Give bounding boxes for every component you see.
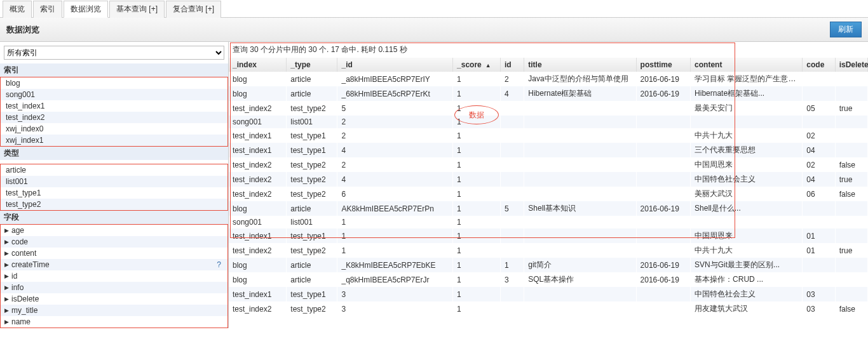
field-item[interactable]: ▶my_title xyxy=(1,305,227,316)
cell-code xyxy=(803,216,835,228)
field-item[interactable]: ▶age xyxy=(1,225,227,236)
cell-_index: song001 xyxy=(229,116,287,128)
tab-basic-label: 基本查询 [+] xyxy=(116,4,158,13)
cell-isDelete: false xyxy=(835,157,867,172)
cell-title xyxy=(524,301,636,316)
col-pid[interactable]: id xyxy=(500,58,524,72)
type-item[interactable]: test_type1 xyxy=(1,187,227,199)
col-code[interactable]: code xyxy=(803,58,835,72)
cell-code xyxy=(803,272,835,287)
table-row[interactable]: song001list00121 xyxy=(229,116,868,128)
table-row[interactable]: test_index2test_type231用友建筑大武汉03false xyxy=(229,301,868,316)
tab-browse[interactable]: 数据浏览 xyxy=(64,1,108,18)
field-item[interactable]: ▶createTime? xyxy=(1,259,227,270)
table-row[interactable]: test_index2test_type211中共十九大01true xyxy=(229,243,868,258)
tab-compound-label: 复合查询 [+] xyxy=(173,4,214,13)
col-type[interactable]: _type xyxy=(287,58,337,72)
cell-title: SQL基本操作 xyxy=(524,272,636,287)
cell-content: 中国周恩来 xyxy=(691,157,803,172)
col-id[interactable]: _id xyxy=(337,58,453,72)
cell-code: 06 xyxy=(803,187,835,201)
index-item[interactable]: test_index2 xyxy=(1,112,227,123)
field-item[interactable]: ▶content xyxy=(1,248,227,259)
cell-_score: 1 xyxy=(453,143,501,157)
cell-code xyxy=(803,258,835,272)
table-row[interactable]: blogarticleAK8kHmIBEEA5cRP7ErPn15Shell基本… xyxy=(229,201,868,216)
field-item[interactable]: ▶info xyxy=(1,282,227,293)
cell-_type: test_type1 xyxy=(287,287,337,301)
field-item[interactable]: ▶code xyxy=(1,236,227,248)
field-item[interactable]: ▶name xyxy=(1,316,227,328)
table-row[interactable]: test_index2test_type241中国特色社会主义04true xyxy=(229,172,868,187)
cell-posttime xyxy=(636,101,690,116)
cell-isDelete xyxy=(835,228,867,243)
expand-icon: ▶ xyxy=(4,262,9,268)
table-row[interactable]: blogarticle_a8kHmIBEEA5cRP7ErIY12Java中泛型… xyxy=(229,72,868,86)
cell-title xyxy=(524,216,636,228)
table-row[interactable]: blogarticle_q8kHmIBEEA5cRP7ErJr13SQL基本操作… xyxy=(229,272,868,287)
cell-_index: blog xyxy=(229,258,287,272)
cell-_score: 1 xyxy=(453,187,501,201)
table-row[interactable]: song001list00111 xyxy=(229,216,868,228)
type-item[interactable]: test_type2 xyxy=(1,199,227,210)
index-item[interactable]: test_index1 xyxy=(1,100,227,112)
cell-_id: 4 xyxy=(337,172,453,187)
field-item[interactable]: ▶id xyxy=(1,270,227,282)
cell-_index: test_index2 xyxy=(229,172,287,187)
help-icon[interactable]: ? xyxy=(217,260,224,269)
table-row[interactable]: test_index2test_type261美丽大武汉06false xyxy=(229,187,868,201)
tab-compound-query[interactable]: 复合查询 [+] xyxy=(166,1,221,18)
index-item[interactable]: xwj_index0 xyxy=(1,123,227,135)
field-label: isDelete xyxy=(11,295,39,303)
section-index-title: 索引 xyxy=(0,63,228,77)
col-title[interactable]: title xyxy=(524,58,636,72)
table-row[interactable]: test_index1test_type121中共十九大02 xyxy=(229,128,868,143)
refresh-button[interactable]: 刷新 xyxy=(830,22,862,37)
expand-icon: ▶ xyxy=(4,227,9,234)
col-isdelete[interactable]: isDelete xyxy=(835,58,867,72)
cell-content: 中共十九大 xyxy=(691,128,803,143)
col-posttime[interactable]: posttime xyxy=(636,58,690,72)
table-row[interactable]: test_index1test_type141三个代表重要思想04 xyxy=(229,143,868,157)
col-content[interactable]: content xyxy=(691,58,803,72)
cell-_type: test_type2 xyxy=(287,301,337,316)
field-label: info xyxy=(11,283,24,292)
cell-code xyxy=(803,72,835,86)
field-item[interactable]: ▶isDelete xyxy=(1,293,227,305)
field-label: my_title xyxy=(11,306,37,315)
cell-_type: test_type2 xyxy=(287,243,337,258)
table-row[interactable]: blogarticle_68kHmIBEEA5cRP7ErKt14Hiberna… xyxy=(229,86,868,101)
col-score[interactable]: _score▲ xyxy=(453,58,501,72)
index-item[interactable]: blog xyxy=(1,77,227,89)
cell-content xyxy=(691,216,803,228)
expand-icon: ▶ xyxy=(4,273,9,279)
cell-content: Shell是什么... xyxy=(691,201,803,216)
cell-_score: 1 xyxy=(453,72,501,86)
cell-_type: list001 xyxy=(287,216,337,228)
table-row[interactable]: test_index1test_type131中国特色社会主义03 xyxy=(229,287,868,301)
cell-_id: 2 xyxy=(337,128,453,143)
cell-title xyxy=(524,128,636,143)
cell-_index: test_index2 xyxy=(229,187,287,201)
tab-basic-query[interactable]: 基本查询 [+] xyxy=(109,1,165,18)
cell-id: 4 xyxy=(500,86,524,101)
table-row[interactable]: blogarticle_K8kHmIBEEA5cRP7EbKE11git简介20… xyxy=(229,258,868,272)
type-item[interactable]: article xyxy=(1,164,227,176)
cell-_index: test_index2 xyxy=(229,301,287,316)
index-item[interactable]: xwj_index1 xyxy=(1,135,227,146)
cell-code xyxy=(803,201,835,216)
tab-overview[interactable]: 概览 xyxy=(3,1,32,18)
cell-title xyxy=(524,157,636,172)
table-row[interactable]: test_index1test_type111中国周恩来01 xyxy=(229,228,868,243)
table-row[interactable]: test_index2test_type221中国周恩来02false xyxy=(229,157,868,172)
index-item[interactable]: song001 xyxy=(1,89,227,100)
col-index[interactable]: _index xyxy=(229,58,287,72)
cell-_id: 1 xyxy=(337,216,453,228)
cell-isDelete: true xyxy=(835,243,867,258)
table-row[interactable]: test_index2test_type251最美天安门05true xyxy=(229,101,868,116)
type-item[interactable]: list001 xyxy=(1,176,227,187)
index-select[interactable]: 所有索引 xyxy=(4,46,224,60)
tab-index[interactable]: 索引 xyxy=(33,1,62,18)
cell-posttime xyxy=(636,116,690,128)
cell-_score: 1 xyxy=(453,172,501,187)
